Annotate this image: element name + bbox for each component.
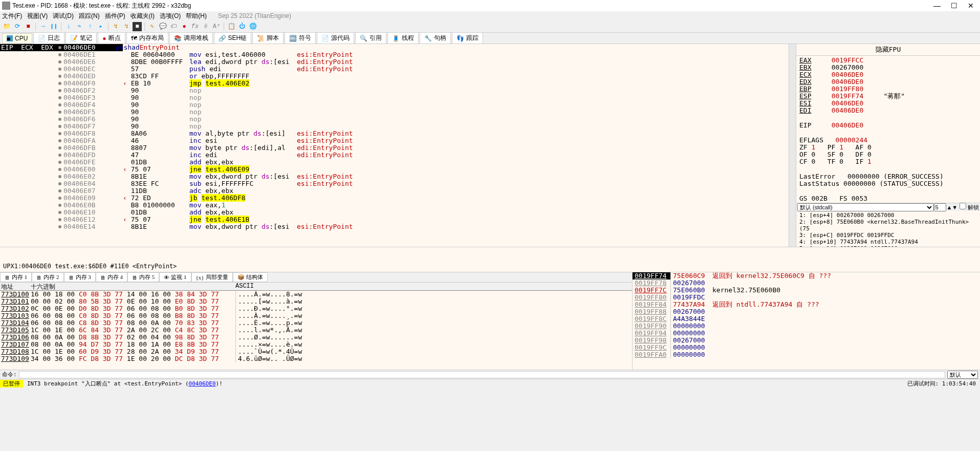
trace-into-button[interactable]: ↯ [111,22,120,31]
dump-view[interactable]: 773D10016 00 18 00 C0 8B 3D 77 14 00 16 … [0,291,632,370]
disasm-row[interactable]: 00406DFB 8807mov byte ptr ds:[edi],aledi… [0,144,789,152]
maximize-button[interactable]: ☐ [951,2,957,10]
stack-row[interactable]: 0019FF8477437A94返回到 ntdll.77437A94 自 ??? [633,301,980,308]
watch-tab[interactable]: 👁 监视 1 [159,272,191,282]
web-button[interactable]: 🌐 [248,22,257,31]
callconv-count[interactable] [934,203,946,211]
runtill-button[interactable]: ▸ [96,22,105,31]
comment-button[interactable]: 💬 [158,22,167,31]
disasm-row[interactable]: 00406E14 8B1Emov ebx,dword ptr ds:[esies… [0,223,789,230]
stack-row[interactable]: 0019FF9C00000000 [633,344,980,351]
sleep-button[interactable]: ⏻ [237,22,247,31]
label-button[interactable]: 🏷 [169,22,178,31]
calc-button[interactable]: 📋 [227,22,236,31]
stack-row[interactable]: 0019FF7C75E060B0kernel32.75E060B0 [633,287,980,294]
dump-row[interactable]: 773D10708 00 0A 00 94 D7 3D 77 18 00 1A … [0,341,632,348]
stepinto-button[interactable]: ↓ [64,22,73,31]
tab-script[interactable]: 📜脚本 [252,32,284,44]
stack-row[interactable]: 0019FF9800267000 [633,337,980,344]
trace-stop-button[interactable]: ■ [133,22,142,31]
disasm-row[interactable]: 00406DE1 BE 00604000mov esi,test.406000e… [0,51,789,58]
run-button[interactable]: → [38,22,48,31]
command-input[interactable] [19,371,945,378]
reg-title[interactable]: 隐藏FPU [796,44,980,56]
disasm-row[interactable]: 00406DFD 47inc ediedi:EntryPoint [0,152,789,159]
disasm-row[interactable]: 00406DEC 57push ediedi:EntryPoint [0,66,789,73]
disasm-row[interactable]: 00406DF6 90nop [0,116,789,123]
stack-row[interactable]: 0019FF7800267000 [633,280,980,287]
disasm-row[interactable]: 00406E02 8B1Emov ebx,dword ptr ds:[esies… [0,173,789,180]
disasm-row[interactable]: 00406E0B B8 01000000mov eax,1 [0,202,789,209]
menu-options[interactable]: 选项(O) [160,12,181,20]
tab-trace[interactable]: 👣跟踪 [452,32,483,44]
tab-notes[interactable]: 📝笔记 [66,32,97,44]
stack-row[interactable]: 0019FFA000000000 [633,351,980,358]
disasm-row[interactable]: 00406DF2 90nop [0,87,789,94]
status-addr-link[interactable]: 00406DE0 [189,380,216,387]
bookmark-button[interactable]: ● [180,22,189,31]
minimize-button[interactable]: — [933,2,941,10]
menu-file[interactable]: 文件(F) [2,12,22,20]
trace-over-button[interactable]: ↯ [122,22,131,31]
tab-symbols[interactable]: 🔤符号 [285,32,316,44]
dump-row[interactable]: 773D10406 00 08 00 C8 8D 3D 77 08 00 0A … [0,319,632,327]
stack-row[interactable]: 0019FF9000000000 [633,323,980,330]
disasm-row[interactable]: 00406DE6 8DBE 00B0FFFFlea edi,dword ptr … [0,58,789,66]
dump-tab-2[interactable]: 🗎 内存 2 [32,272,63,282]
arg-stack[interactable]: 1: [esp+4] 00267000 002670002: [esp+8] 7… [796,211,980,247]
disasm-row[interactable]: 00406E10 01DBadd ebx,ebx [0,209,789,216]
disasm-scrollbar[interactable] [789,44,796,247]
disasm-view[interactable]: EIP ECX EDX ESI00406DE0 60pushadEntryPoi… [0,44,789,247]
stack-row[interactable]: 0019FF8CA4A3844E [633,315,980,323]
dump-row[interactable]: 773D10306 00 08 00 C0 8D 3D 77 06 00 08 … [0,312,632,319]
menu-help[interactable]: 帮助(H) [186,12,207,20]
tab-log[interactable]: 📄日志 [33,32,64,44]
stop-button[interactable]: ■ [24,22,33,31]
struct-tab[interactable]: 📦 结构体 [233,272,268,282]
tab-source[interactable]: 📄源代码 [317,32,354,44]
open-button[interactable]: 📁 [2,22,11,31]
disasm-row[interactable]: 00406E00‹ 75 07jne test.406E09 [0,166,789,173]
patches-button[interactable]: ✎ [147,22,157,31]
disasm-row[interactable]: 00406DED 83CD FFor ebp,FFFFFFFF [0,73,789,80]
stack-row[interactable]: 0019FF7475E060C9返回到 kernel32.75E060C9 自 … [633,272,980,280]
dump-row[interactable]: 773D10016 00 18 00 C0 8B 3D 77 14 00 16 … [0,291,632,298]
dump-tab-3[interactable]: 🗎 内存 3 [64,272,96,282]
register-pane[interactable]: 隐藏FPU EAX 0019FFCCEBX 00267000ECX 00406D… [796,44,980,247]
stack-row[interactable]: 0019FF800019FFDC [633,294,980,301]
disasm-row[interactable]: 00406DF8 8A06mov al,byte ptr ds:[esi]esi… [0,130,789,137]
unlock-check[interactable] [960,203,966,209]
tab-handles[interactable]: 🔧句柄 [420,32,451,44]
tab-cpu[interactable]: ■CPU [2,33,32,44]
restart-button[interactable]: ⟳ [13,22,22,31]
menu-view[interactable]: 视图(V) [27,12,48,20]
dump-tab-1[interactable]: 🗎 内存 1 [0,272,32,282]
tab-bp[interactable]: ●断点 [98,32,125,44]
tab-callstack[interactable]: 📚调用堆栈 [169,32,213,44]
func-button[interactable]: fx [190,22,200,31]
dump-row[interactable]: 773D10608 00 0A 00 D8 8B 3D 77 02 00 04 … [0,334,632,341]
menu-trace[interactable]: 跟踪(N) [79,12,100,20]
stepover-button[interactable]: ↷ [75,22,84,31]
disasm-row[interactable]: 00406DF4 90nop [0,101,789,109]
disasm-row[interactable]: 00406DF3 90nop [0,94,789,101]
close-button[interactable]: ✕ [968,2,974,10]
tab-seh[interactable]: 🔗SEH链 [214,32,252,44]
dump-row[interactable]: 773D10934 00 36 00 FC D8 3D 77 1E 00 20 … [0,355,632,362]
menu-debug[interactable]: 调试(D) [53,12,74,20]
tab-mem[interactable]: 🗺内存布局 [126,32,168,44]
dump-row[interactable]: 773D10100 00 02 00 80 5B 3D 77 0E 00 10 … [0,298,632,305]
disasm-row[interactable]: EIP ECX EDX ESI00406DE0 60pushadEntryPoi… [0,44,789,51]
disasm-row[interactable]: 00406DF0‹ EB 10jmp test.406E02 [0,80,789,87]
tab-threads[interactable]: 🧵线程 [387,32,419,44]
locals-tab[interactable]: {x} 局部变量 [191,272,233,282]
dump-row[interactable]: 773D1020C 00 0E 00 D0 8D 3D 77 06 00 08 … [0,305,632,312]
disasm-row[interactable]: 00406E04 83EE FCsub esi,FFFFFFFCesi:Entr… [0,180,789,187]
disasm-row[interactable]: 00406DF7 90nop [0,123,789,130]
disasm-row[interactable]: 00406E12‹ 75 07jne test.406E1B [0,216,789,223]
menu-plugins[interactable]: 插件(P) [105,12,125,20]
stepout-button[interactable]: ↑ [85,22,95,31]
hash-button[interactable]: # [201,22,210,31]
disasm-row[interactable]: 00406E07 11DBadc ebx,ebx [0,187,789,195]
tab-refs[interactable]: 🔍引用 [355,32,386,44]
